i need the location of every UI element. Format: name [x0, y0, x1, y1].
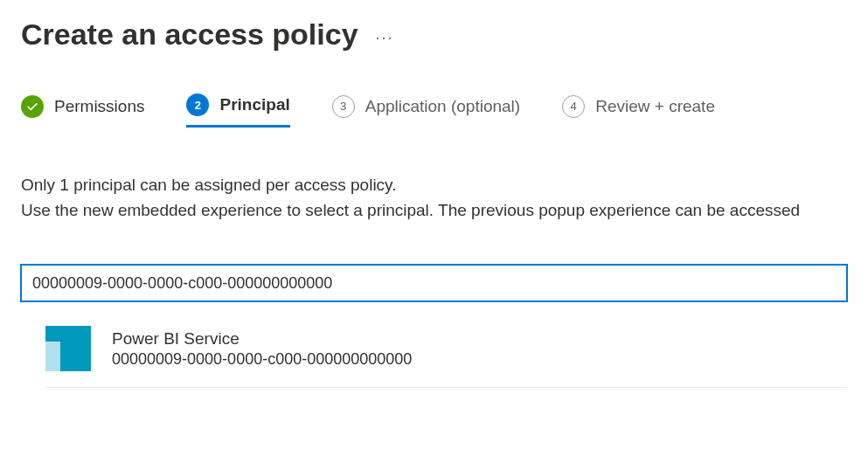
step-number-badge: 2 — [186, 93, 209, 116]
tab-label: Application (optional) — [365, 97, 520, 116]
svg-rect-2 — [60, 326, 91, 371]
description-line: Only 1 principal can be assigned per acc… — [21, 173, 847, 198]
page-header: Create an access policy ··· — [21, 17, 847, 52]
step-number-badge: 3 — [332, 95, 355, 118]
principal-search-input[interactable] — [21, 265, 847, 301]
check-icon — [21, 95, 44, 118]
principal-result-list: Power BI Service 00000009-0000-0000-c000… — [21, 326, 847, 388]
more-icon[interactable]: ··· — [376, 22, 394, 47]
app-tile-icon — [45, 326, 91, 371]
tab-label: Permissions — [54, 97, 144, 116]
wizard-tabs: Permissions 2 Principal 3 Application (o… — [21, 93, 847, 128]
tab-principal[interactable]: 2 Principal — [186, 93, 289, 128]
result-text-block: Power BI Service 00000009-0000-0000-c000… — [112, 329, 412, 369]
description-line: Use the new embedded experience to selec… — [21, 198, 847, 224]
tab-review-create[interactable]: 4 Review + create — [562, 93, 715, 128]
tab-application[interactable]: 3 Application (optional) — [332, 93, 520, 128]
tab-permissions[interactable]: Permissions — [21, 93, 144, 128]
step-number-badge: 4 — [562, 95, 585, 118]
result-name: Power BI Service — [112, 329, 412, 349]
principal-description: Only 1 principal can be assigned per acc… — [21, 173, 847, 223]
tab-label: Principal — [219, 95, 289, 114]
principal-result-item[interactable]: Power BI Service 00000009-0000-0000-c000… — [45, 326, 847, 388]
tab-label: Review + create — [595, 97, 715, 116]
result-id: 00000009-0000-0000-c000-000000000000 — [112, 350, 412, 369]
page-title: Create an access policy — [21, 17, 358, 52]
